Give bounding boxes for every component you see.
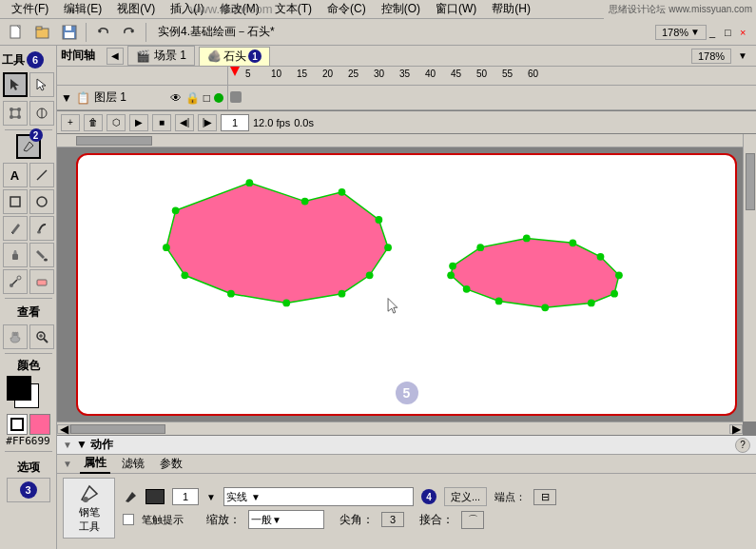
svg-point-57 xyxy=(588,300,595,307)
add-layer-btn[interactable]: + xyxy=(61,114,80,131)
stroke-hint-label: 笔触提示 xyxy=(142,513,184,527)
menu-file[interactable]: 文件(F) xyxy=(4,0,56,19)
oval-tool[interactable] xyxy=(29,189,54,214)
define-btn[interactable]: 定义... xyxy=(444,487,487,506)
h-scroll-thumb-main[interactable] xyxy=(70,424,165,434)
svg-line-17 xyxy=(29,142,32,145)
vertical-scrollbar[interactable] xyxy=(743,134,756,422)
scene-tab[interactable]: 🎬 场景 1 xyxy=(127,46,195,66)
panel-help-btn[interactable]: ? xyxy=(735,438,750,453)
svg-point-26 xyxy=(44,259,48,262)
options-badge: 3 xyxy=(20,481,37,499)
stroke-hint-checkbox[interactable] xyxy=(123,514,134,525)
tool-sub-label: 工具 xyxy=(79,520,100,534)
left-rock-shape[interactable] xyxy=(163,179,392,306)
timeline-label: 时间轴 xyxy=(61,48,95,64)
svg-point-40 xyxy=(339,188,346,196)
v-scroll-thumb[interactable] xyxy=(746,153,755,210)
zoom-dropdown[interactable]: ▼ xyxy=(733,48,752,64)
svg-point-53 xyxy=(569,239,576,246)
fill-transform-tool[interactable] xyxy=(29,101,54,126)
redo-button[interactable] xyxy=(117,22,142,43)
close-button[interactable]: × xyxy=(739,26,752,39)
step-back-btn[interactable]: ◀| xyxy=(175,114,194,131)
menu-help[interactable]: 帮助(H) xyxy=(484,0,538,19)
menu-view[interactable]: 视图(V) xyxy=(109,0,163,19)
eraser-tool[interactable] xyxy=(29,269,54,294)
active-scene-tab[interactable]: 🪨 石头 1 xyxy=(199,47,270,66)
maximize-button[interactable]: □ xyxy=(724,26,737,39)
sub-tab-filters[interactable]: 滤镜 xyxy=(118,455,148,473)
eyedropper-tool[interactable] xyxy=(3,269,28,294)
h-scroll-track[interactable]: ◀ ▶ xyxy=(57,424,743,434)
fill-color-btn[interactable] xyxy=(29,414,50,435)
color-swatches[interactable] xyxy=(7,376,50,410)
menu-command[interactable]: 命令(C) xyxy=(320,0,374,19)
endpoint-value[interactable]: ⊟ xyxy=(533,489,556,505)
menu-edit[interactable]: 编辑(E) xyxy=(56,0,109,19)
svg-point-52 xyxy=(523,235,531,243)
layer-expand-icon[interactable]: ▼ xyxy=(61,91,72,105)
svg-point-55 xyxy=(615,271,623,279)
layer-frames[interactable] xyxy=(228,86,756,109)
svg-point-56 xyxy=(611,290,618,298)
svg-marker-49 xyxy=(451,238,619,307)
delete-layer-btn[interactable]: 🗑 xyxy=(84,114,103,131)
stage-svg xyxy=(78,155,735,414)
free-transform-tool[interactable] xyxy=(3,101,28,126)
stroke-type-select[interactable]: 实线 ▼ xyxy=(223,487,414,506)
stroke-color-btn[interactable] xyxy=(7,414,28,435)
foreground-color-swatch[interactable] xyxy=(7,376,31,401)
stage-area[interactable]: 5 ◀ ▶ xyxy=(57,134,756,435)
hand-tool[interactable] xyxy=(3,324,28,349)
stop-btn[interactable]: ■ xyxy=(152,114,171,131)
menu-control[interactable]: 控制(O) xyxy=(374,0,428,19)
add-motion-btn[interactable]: ⬡ xyxy=(107,114,126,131)
h-scroll-btn-left[interactable]: ◀ xyxy=(57,424,70,434)
layer-dot xyxy=(214,93,223,103)
panel-title-label: ▼ 动作 xyxy=(76,437,113,453)
svg-point-60 xyxy=(463,285,471,293)
new-button[interactable] xyxy=(4,22,29,43)
step-fwd-btn[interactable]: |▶ xyxy=(198,114,217,131)
pointer-tool[interactable] xyxy=(3,72,28,97)
subselect-tool[interactable] xyxy=(29,72,54,97)
undo-button[interactable] xyxy=(90,22,115,43)
horizontal-scrollbar[interactable]: ◀ ▶ xyxy=(57,422,743,435)
ruler-mark-40: 40 xyxy=(425,69,436,79)
h-scroll-btn-right[interactable]: ▶ xyxy=(729,424,743,434)
stroke-color-indicator[interactable] xyxy=(145,489,165,504)
brush-tool[interactable] xyxy=(29,216,54,241)
frame-keyframe xyxy=(230,91,242,103)
pen-badge: 2 xyxy=(29,128,43,142)
sub-tab-properties[interactable]: 属性 xyxy=(80,454,110,474)
h-scroll-thumb[interactable] xyxy=(76,136,152,146)
right-rock-shape[interactable] xyxy=(447,235,623,312)
stroke-width-dropdown[interactable]: ▼ xyxy=(206,492,216,502)
timeline-back-btn[interactable]: ◀ xyxy=(107,48,124,65)
stroke-width-input[interactable] xyxy=(172,488,199,505)
layer-outline-icon[interactable]: □ xyxy=(204,91,210,105)
rect-tool[interactable] xyxy=(3,189,28,214)
menu-window[interactable]: 窗口(W) xyxy=(428,0,484,19)
scale-label: 缩放： xyxy=(206,512,241,528)
pencil-tool[interactable] xyxy=(3,216,28,241)
ink-bottle-tool[interactable] xyxy=(3,243,28,267)
prop-badge4: 4 xyxy=(421,489,436,504)
menu-text[interactable]: 文本(T) xyxy=(267,0,320,19)
open-button[interactable] xyxy=(30,22,55,43)
panel-expand-arrow[interactable]: ▼ xyxy=(63,440,72,450)
play-btn[interactable]: ▶ xyxy=(129,114,148,131)
join-value[interactable]: ⌒ xyxy=(461,511,484,529)
save-button[interactable] xyxy=(57,22,82,43)
layer-visibility-icon[interactable]: 👁 xyxy=(170,91,182,105)
zoom-tool[interactable] xyxy=(29,324,54,349)
minimize-button[interactable]: _ xyxy=(708,26,722,39)
line-tool[interactable] xyxy=(29,163,54,187)
paint-bucket-tool[interactable] xyxy=(29,243,54,267)
text-tool[interactable]: A xyxy=(3,163,28,187)
scale-select[interactable]: 一般 ▼ xyxy=(248,510,324,529)
sub-tab-params[interactable]: 参数 xyxy=(156,455,186,473)
layer-lock-icon[interactable]: 🔒 xyxy=(185,91,200,105)
panel-title[interactable]: ▼ ▼ 动作 xyxy=(63,437,113,453)
